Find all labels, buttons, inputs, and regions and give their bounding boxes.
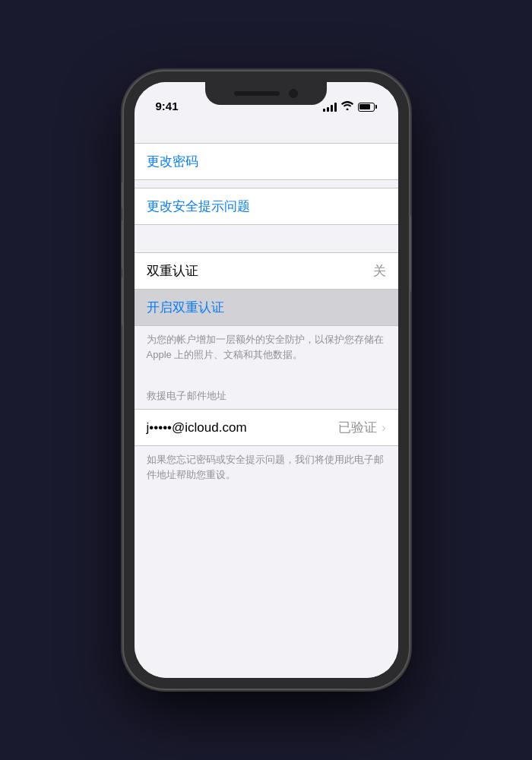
enable-two-factor-row[interactable]: 开启双重认证 [135, 289, 398, 325]
two-factor-section: 双重认证 关 开启双重认证 [135, 252, 398, 326]
rescue-email-section: j•••••@icloud.com 已验证 › [135, 409, 398, 446]
change-security-question-section: 更改安全提示问题 [135, 188, 398, 225]
change-password-section: 更改密码 [135, 143, 398, 180]
rescue-email-row[interactable]: j•••••@icloud.com 已验证 › [135, 410, 398, 445]
rescue-email-header: 救援电子邮件地址 [135, 389, 398, 409]
volume-up-button[interactable] [122, 220, 124, 269]
signal-bar-3 [331, 105, 333, 112]
rescue-email-footer: 如果您忘记密码或安全提示问题，我们将使用此电子邮件地址帮助您重设。 [135, 446, 398, 482]
spacer-3 [135, 362, 398, 389]
mute-button[interactable] [122, 182, 124, 208]
wifi-icon [341, 101, 353, 112]
spacer-top [135, 116, 398, 143]
phone-frame: 9:41 [124, 71, 409, 689]
battery-icon [358, 103, 377, 112]
status-time: 9:41 [156, 100, 179, 112]
notch [205, 82, 327, 105]
spacer-2 [135, 225, 398, 252]
signal-icon [323, 103, 337, 112]
front-camera [289, 89, 298, 98]
speaker [234, 91, 280, 96]
two-factor-title-row: 双重认证 关 [135, 253, 398, 289]
phone-screen: 9:41 [135, 82, 398, 678]
rescue-email-verified: 已验证 › [338, 419, 385, 436]
signal-bar-2 [327, 107, 329, 112]
chevron-right-icon: › [382, 421, 385, 435]
status-icons [323, 101, 377, 112]
spacer-1 [135, 180, 398, 188]
spacer-bottom [135, 482, 398, 509]
change-security-question-row[interactable]: 更改安全提示问题 [135, 188, 398, 224]
main-content: 更改密码 更改安全提示问题 双重认证 关 开启双重认证 [135, 116, 398, 678]
signal-bar-1 [323, 109, 325, 112]
change-password-row[interactable]: 更改密码 [135, 144, 398, 179]
volume-down-button[interactable] [122, 277, 124, 326]
signal-bar-4 [334, 103, 337, 112]
two-factor-footer: 为您的帐户增加一层额外的安全防护，以保护您存储在 Apple 上的照片、文稿和其… [135, 326, 398, 362]
power-button[interactable] [409, 216, 411, 292]
